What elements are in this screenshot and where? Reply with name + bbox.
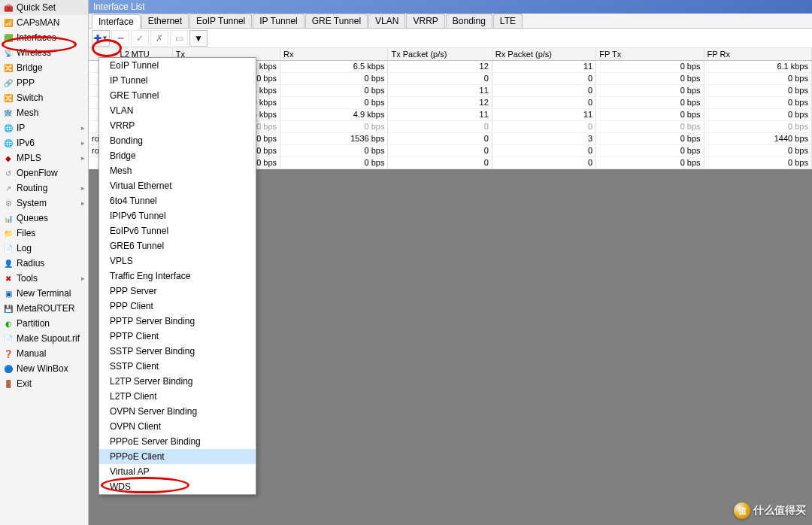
sidebar-item-exit[interactable]: 🚪Exit	[0, 376, 88, 391]
sidebar-icon: ✖	[3, 273, 14, 284]
dropdown-item-gre-tunnel[interactable]: GRE Tunnel	[99, 88, 256, 103]
table-header-cell[interactable]: FP Tx	[596, 48, 704, 60]
table-header-cell[interactable]: Rx	[280, 48, 388, 60]
tab-gre-tunnel[interactable]: GRE Tunnel	[305, 14, 368, 28]
sidebar-label: Bridge	[17, 62, 85, 73]
tab-vrrp[interactable]: VRRP	[406, 14, 444, 28]
filter-button[interactable]: ▼	[189, 30, 208, 47]
sidebar-item-files[interactable]: 📁Files	[0, 226, 88, 241]
sidebar-item-partition[interactable]: ◐Partition	[0, 316, 88, 331]
dropdown-item-sstp-client[interactable]: SSTP Client	[99, 359, 256, 374]
dropdown-item-virtual-ethernet[interactable]: Virtual Ethernet	[99, 178, 256, 193]
tab-bonding[interactable]: Bonding	[446, 14, 492, 28]
table-cell: 11	[492, 60, 595, 72]
dropdown-item-ppp-client[interactable]: PPP Client	[99, 299, 256, 314]
tab-interface[interactable]: Interface	[92, 14, 141, 29]
dropdown-item-ip-tunnel[interactable]: IP Tunnel	[99, 73, 256, 88]
table-cell: 0 bps	[704, 84, 811, 96]
dropdown-item-l2tp-server-binding[interactable]: L2TP Server Binding	[99, 374, 256, 389]
add-button[interactable]: ✚▼	[92, 30, 110, 47]
dropdown-item-ppp-server[interactable]: PPP Server	[99, 284, 256, 299]
table-cell: 0 bps	[596, 72, 704, 84]
tab-ethernet[interactable]: Ethernet	[141, 14, 189, 28]
x-icon: ✗	[156, 33, 163, 44]
dropdown-item-mesh[interactable]: Mesh	[99, 163, 256, 178]
dropdown-item-pppoe-client[interactable]: PPPoE Client	[99, 449, 256, 464]
table-header-cell[interactable]: FP Rx	[704, 48, 811, 60]
sidebar-item-system[interactable]: ⚙System▸	[0, 196, 88, 211]
sidebar-item-capsman[interactable]: 📶CAPsMAN	[0, 15, 88, 30]
dropdown-item-eoip-tunnel[interactable]: EoIP Tunnel	[99, 58, 256, 73]
dropdown-item-wds[interactable]: WDS	[99, 479, 256, 494]
sidebar-item-mpls[interactable]: ◆MPLS▸	[0, 150, 88, 165]
sidebar-item-quick-set[interactable]: 🧰Quick Set	[0, 0, 88, 15]
sidebar-icon: 🔵	[3, 363, 14, 374]
sidebar-item-radius[interactable]: 👤Radius	[0, 256, 88, 271]
dropdown-item-pppoe-server-binding[interactable]: PPPoE Server Binding	[99, 434, 256, 449]
sidebar-item-log[interactable]: 📄Log	[0, 241, 88, 256]
enable-button[interactable]: ✓	[131, 30, 149, 47]
sidebar-item-switch[interactable]: 🔀Switch	[0, 90, 88, 105]
dropdown-item-ovpn-client[interactable]: OVPN Client	[99, 419, 256, 434]
tab-vlan[interactable]: VLAN	[368, 14, 405, 28]
table-cell: 0 bps	[596, 84, 704, 96]
dropdown-item-pptp-server-binding[interactable]: PPTP Server Binding	[99, 314, 256, 329]
sidebar-item-ppp[interactable]: 🔗PPP	[0, 75, 88, 90]
table-cell: 3	[492, 132, 595, 144]
table-header-cell[interactable]: Rx Packet (p/s)	[492, 48, 595, 60]
tab-eoip-tunnel[interactable]: EoIP Tunnel	[189, 14, 252, 28]
sidebar-icon: ⚙	[3, 198, 14, 208]
table-cell: 0 bps	[280, 156, 388, 168]
disable-button[interactable]: ✗	[150, 30, 168, 47]
sidebar-item-openflow[interactable]: ↺OpenFlow	[0, 165, 88, 181]
tab-ip-tunnel[interactable]: IP Tunnel	[253, 14, 304, 28]
dropdown-item-eoipv6-tunnel[interactable]: EoIPv6 Tunnel	[99, 223, 256, 238]
sidebar-icon: ◆	[3, 153, 14, 163]
sidebar-item-new-terminal[interactable]: ▣New Terminal	[0, 286, 88, 301]
minus-icon: ━	[118, 33, 123, 44]
sidebar-item-bridge[interactable]: 🔀Bridge	[0, 60, 88, 75]
table-cell: 0 bps	[280, 84, 388, 96]
sidebar-label: Mesh	[17, 108, 85, 118]
table-cell: 0 bps	[704, 156, 811, 168]
sidebar-item-wireless[interactable]: 📡Wireless	[0, 45, 88, 60]
sidebar-item-routing[interactable]: ↗Routing▸	[0, 181, 88, 196]
sidebar-label: Wireless	[17, 47, 85, 58]
comment-button[interactable]: ▭	[170, 30, 188, 47]
sidebar-item-metarouter[interactable]: 💾MetaROUTER	[0, 301, 88, 316]
dropdown-item-bridge[interactable]: Bridge	[99, 148, 256, 163]
sidebar-icon: 📡	[3, 47, 14, 58]
table-header-cell[interactable]: Tx Packet (p/s)	[388, 48, 492, 60]
dropdown-item-vrrp[interactable]: VRRP	[99, 118, 256, 133]
dropdown-item-pptp-client[interactable]: PPTP Client	[99, 329, 256, 344]
sidebar-item-queues[interactable]: 📊Queues	[0, 211, 88, 226]
remove-button[interactable]: ━	[111, 30, 129, 47]
sidebar-icon: 📄	[3, 333, 14, 344]
tab-lte[interactable]: LTE	[493, 14, 523, 28]
dropdown-item-vlan[interactable]: VLAN	[99, 103, 256, 118]
sidebar-item-mesh[interactable]: 🕸Mesh	[0, 105, 88, 120]
dropdown-item-traffic-eng-interface[interactable]: Traffic Eng Interface	[99, 269, 256, 284]
sidebar-icon: 🌐	[3, 138, 14, 148]
dropdown-item-gre6-tunnel[interactable]: GRE6 Tunnel	[99, 238, 256, 253]
sidebar-item-ipv6[interactable]: 🌐IPv6▸	[0, 135, 88, 150]
table-cell: 0 bps	[596, 96, 704, 108]
sidebar-item-interfaces[interactable]: 🟩Interfaces	[0, 30, 88, 45]
dropdown-item-vpls[interactable]: VPLS	[99, 253, 256, 269]
dropdown-item-sstp-server-binding[interactable]: SSTP Server Binding	[99, 344, 256, 359]
sidebar-item-ip[interactable]: 🌐IP▸	[0, 120, 88, 135]
dropdown-item-bonding[interactable]: Bonding	[99, 133, 256, 148]
watermark-logo-icon: 值	[734, 502, 750, 519]
sidebar-icon: 📶	[3, 17, 14, 28]
dropdown-item-virtual-ap[interactable]: Virtual AP	[99, 464, 256, 479]
sidebar-item-make-supout-rif[interactable]: 📄Make Supout.rif	[0, 331, 88, 346]
dropdown-item-l2tp-client[interactable]: L2TP Client	[99, 389, 256, 404]
sidebar-item-manual[interactable]: ❓Manual	[0, 346, 88, 361]
sidebar-item-new-winbox[interactable]: 🔵New WinBox	[0, 361, 88, 376]
dropdown-item-6to4-tunnel[interactable]: 6to4 Tunnel	[99, 193, 256, 208]
dropdown-item-ovpn-server-binding[interactable]: OVPN Server Binding	[99, 404, 256, 419]
window-title: Interface List	[93, 2, 145, 12]
sidebar-item-tools[interactable]: ✖Tools▸	[0, 271, 88, 286]
sidebar-label: Exit	[17, 378, 85, 389]
dropdown-item-ipipv6-tunnel[interactable]: IPIPv6 Tunnel	[99, 208, 256, 223]
